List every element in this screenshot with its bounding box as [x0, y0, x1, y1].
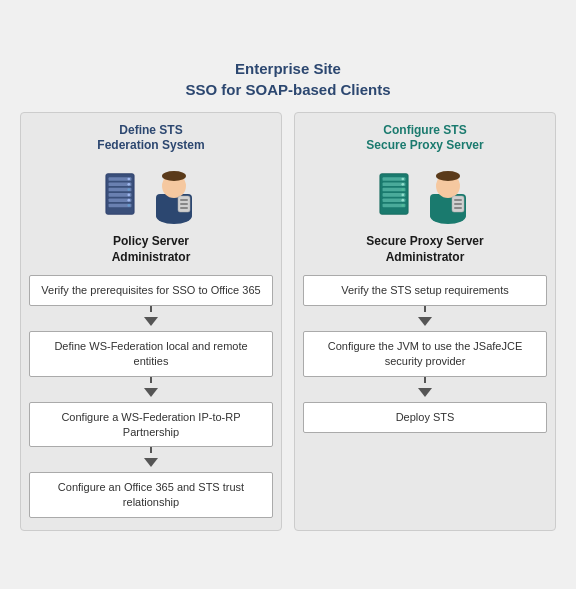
right-column: Configure STSSecure Proxy Server: [294, 112, 556, 531]
svg-rect-41: [454, 207, 462, 209]
svg-rect-39: [454, 199, 462, 201]
right-col-title: Configure STSSecure Proxy Server: [366, 123, 483, 154]
svg-rect-20: [180, 207, 188, 209]
right-arrow-2: [418, 377, 432, 402]
svg-point-12: [127, 204, 130, 207]
left-arrow-3: [144, 447, 158, 472]
main-title: Enterprise Site SSO for SOAP-based Clien…: [20, 58, 556, 100]
left-person-icon: [148, 164, 200, 224]
svg-point-16: [162, 171, 186, 181]
left-server-icon: [102, 172, 138, 216]
svg-point-32: [401, 199, 404, 202]
svg-point-10: [127, 194, 130, 197]
left-arrow-2: [144, 377, 158, 402]
left-step-4: Configure an Office 365 and STS trust re…: [29, 472, 273, 518]
svg-point-8: [127, 183, 130, 186]
svg-point-7: [127, 178, 130, 181]
svg-point-30: [401, 188, 404, 191]
right-admin-illustration: [376, 164, 474, 224]
left-arrow-1: [144, 306, 158, 331]
right-server-icon: [376, 172, 412, 216]
svg-point-33: [401, 204, 404, 207]
left-step-2: Define WS-Federation local and remote en…: [29, 331, 273, 377]
svg-point-9: [127, 188, 130, 191]
left-admin-label: Policy ServerAdministrator: [112, 234, 191, 265]
right-admin-label: Secure Proxy ServerAdministrator: [366, 234, 483, 265]
left-step-3: Configure a WS-Federation IP-to-RP Partn…: [29, 402, 273, 448]
left-col-title: Define STSFederation System: [97, 123, 204, 154]
right-arrow-1: [418, 306, 432, 331]
svg-rect-40: [454, 203, 462, 205]
svg-point-37: [436, 171, 460, 181]
diagram: Enterprise Site SSO for SOAP-based Clien…: [8, 42, 568, 547]
right-step-3: Deploy STS: [303, 402, 547, 433]
left-step-1: Verify the prerequisites for SSO to Offi…: [29, 275, 273, 306]
right-step-1: Verify the STS setup requirements: [303, 275, 547, 306]
svg-rect-18: [180, 199, 188, 201]
right-person-icon: [422, 164, 474, 224]
svg-rect-19: [180, 203, 188, 205]
svg-point-28: [401, 178, 404, 181]
svg-point-31: [401, 194, 404, 197]
svg-point-11: [127, 199, 130, 202]
columns: Define STSFederation System: [20, 112, 556, 531]
left-column: Define STSFederation System: [20, 112, 282, 531]
left-admin-illustration: [102, 164, 200, 224]
right-step-2: Configure the JVM to use the JSafeJCE se…: [303, 331, 547, 377]
svg-point-29: [401, 183, 404, 186]
